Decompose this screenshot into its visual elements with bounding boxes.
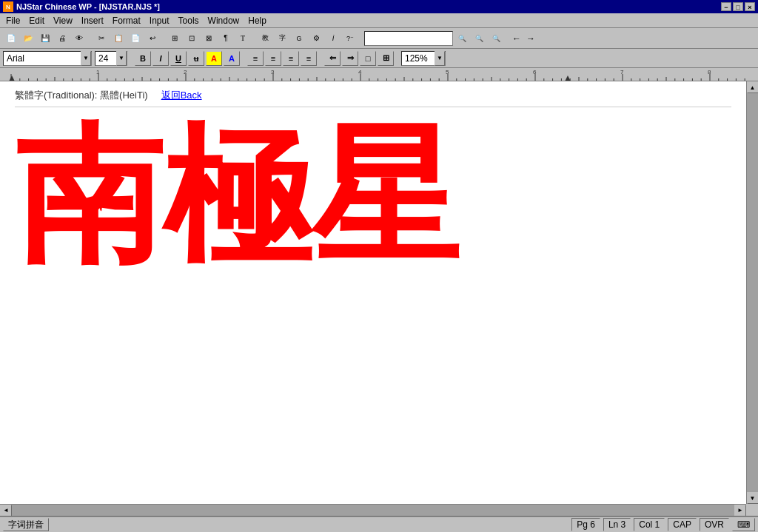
align-right-button[interactable]: ≡ [283,51,299,66]
close-button[interactable]: × [745,2,755,11]
menu-edit[interactable]: Edit [24,14,49,27]
tb-addr1[interactable]: 🔍 [471,30,487,47]
nav-back-button[interactable]: ← [510,32,523,45]
keyboard-button[interactable]: ⌨ [732,518,755,531]
title-left: N NJStar Chinese WP - [NJSTAR.NJS *] [3,1,160,12]
status-bar: 字词拼音 Pg 6 Ln 3 Col 1 CAP OVR ⌨ [0,516,758,532]
nav-forward-button[interactable]: → [524,32,537,45]
undo-button[interactable]: ↩ [144,30,161,47]
main-chinese-text: 南極星 [15,122,731,270]
search-icon-button[interactable]: 🔍 [454,30,470,47]
tb-pilcrow[interactable]: ¶ [218,30,234,47]
tb-special5[interactable]: ?⁻ [342,30,358,47]
italic-button[interactable]: I [152,51,169,66]
ovr-indicator: OVR [700,518,729,531]
window-title: NJStar Chinese WP - [NJSTAR.NJS *] [16,2,160,11]
align-left-button[interactable]: ≡ [247,51,264,66]
header-traditional-text: 繁體字(Traditional): 黑體(HeiTi) [15,90,148,101]
table-button[interactable]: □ [360,51,376,66]
open-button[interactable]: 📂 [20,30,36,47]
tb-char1[interactable]: 教 [257,30,273,47]
horizontal-scrollbar[interactable]: ◄ ► [0,504,746,516]
menu-window[interactable]: Window [204,14,244,27]
tb-char3[interactable]: G [291,30,307,47]
save-button[interactable]: 💾 [37,30,53,47]
underline-button[interactable]: U [170,51,187,66]
new-button[interactable]: 📄 [3,30,19,47]
menu-input[interactable]: Input [145,14,174,27]
cut-button[interactable]: ✂ [93,30,110,47]
border-button[interactable]: ⊞ [378,51,394,66]
document-page[interactable]: 繁體字(Traditional): 黑體(HeiTi) 返回Back 南極星 [0,81,746,504]
search-box[interactable] [364,31,453,46]
scroll-left-button[interactable]: ◄ [0,505,12,516]
tb-char4[interactable]: ⚙ [308,30,324,47]
zoom-display: 125% [402,53,435,64]
tb-text[interactable]: T [235,30,251,47]
menu-file[interactable]: File [1,14,24,27]
tb-addr2[interactable]: 🔍 [488,30,504,47]
line-info: Ln 3 [603,518,631,531]
print-button[interactable]: 🖨 [54,30,70,47]
doc-header: 繁體字(Traditional): 黑體(HeiTi) 返回Back [15,89,731,107]
scroll-up-button[interactable]: ▲ [747,81,759,93]
chinese-characters: 南極星 [15,122,731,270]
font-name-display: Arial [4,53,81,64]
highlight-button[interactable]: A [206,51,222,66]
page-info: Pg 6 [571,518,600,531]
scroll-down-button[interactable]: ▼ [747,492,759,504]
indent-decrease-button[interactable]: ⇐ [324,51,341,66]
tb-info[interactable]: i [325,30,341,47]
restore-button[interactable]: □ [733,2,743,11]
col-info: Col 1 [634,518,665,531]
preview-button[interactable]: 👁 [71,30,87,47]
font-color-button[interactable]: A [224,51,240,66]
vertical-scrollbar[interactable]: ▲ ▼ [746,81,758,504]
align-justify-button[interactable]: ≡ [301,51,317,66]
paste-button[interactable]: 📄 [127,30,144,47]
menu-format[interactable]: Format [108,14,145,27]
menu-tools[interactable]: Tools [174,14,204,27]
zoom-dropdown[interactable]: ▼ [435,51,445,66]
tb-special1[interactable]: ⊞ [167,30,183,47]
toolbar1: 📄 📂 💾 🖨 👁 ✂ 📋 📄 ↩ ⊞ ⊡ ⊠ ¶ T 教 字 G ⚙ i ?⁻… [0,28,758,49]
minimize-button[interactable]: − [721,2,731,11]
tb-special2[interactable]: ⊡ [184,30,200,47]
font-size-dropdown[interactable]: ▼ [116,51,127,66]
app-icon: N [3,1,13,12]
align-center-button[interactable]: ≡ [265,51,281,66]
pinyin-button[interactable]: 字词拼音 [3,518,49,531]
back-link[interactable]: 返回Back [161,90,202,101]
indent-increase-button[interactable]: ⇒ [342,51,358,66]
document-content: 繁體字(Traditional): 黑體(HeiTi) 返回Back 南極星 [0,81,746,277]
tb-char2[interactable]: 字 [274,30,290,47]
title-controls[interactable]: − □ × [721,2,755,11]
menu-insert[interactable]: Insert [77,14,108,27]
font-size-display: 24 [95,53,116,64]
scroll-right-button[interactable]: ► [734,505,746,516]
toolbar2: Arial ▼ 24 ▼ B I U u A A ≡ ≡ ≡ ≡ ⇐ ⇒ □ ⊞… [0,49,758,68]
font-name-dropdown[interactable]: ▼ [81,51,91,66]
title-bar: N NJStar Chinese WP - [NJSTAR.NJS *] − □… [0,0,758,13]
ruler [0,68,758,81]
menu-bar: File Edit View Insert Format Input Tools… [0,13,758,28]
menu-view[interactable]: View [49,14,77,27]
bold-button[interactable]: B [135,51,151,66]
copy-button[interactable]: 📋 [110,30,127,47]
scroll-track-v[interactable] [747,93,759,492]
cap-indicator: CAP [668,518,697,531]
menu-help[interactable]: Help [244,14,271,27]
strikethrough-button[interactable]: u [188,51,204,66]
search-input[interactable] [365,34,452,43]
scroll-track-h[interactable] [12,505,734,516]
tb-special3[interactable]: ⊠ [201,30,217,47]
